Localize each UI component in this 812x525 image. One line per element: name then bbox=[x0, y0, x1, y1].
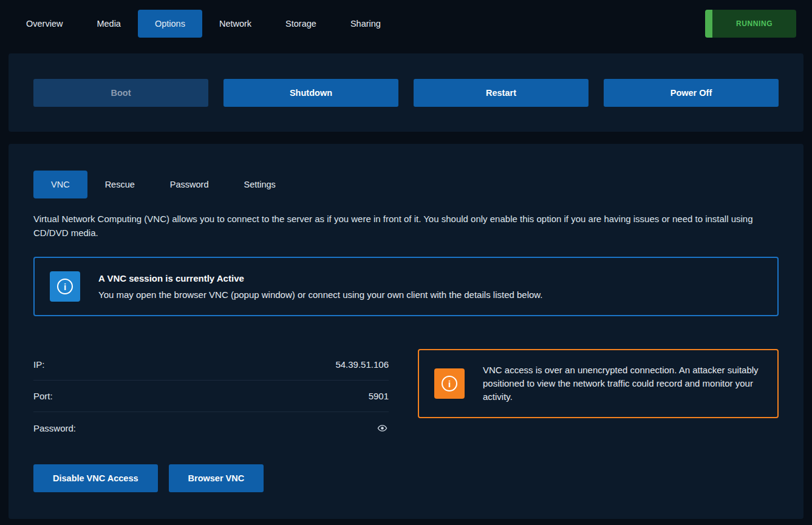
tab-password[interactable]: Password bbox=[152, 171, 227, 198]
disable-vnc-access-button[interactable]: Disable VNC Access bbox=[33, 464, 158, 492]
top-navigation: Overview Media Options Network Storage S… bbox=[0, 0, 812, 47]
info-alert-title: A VNC session is currently Active bbox=[98, 273, 543, 283]
info-icon-glyph: i bbox=[57, 279, 73, 294]
tab-vnc[interactable]: VNC bbox=[33, 171, 87, 198]
port-value: 5901 bbox=[369, 391, 389, 401]
browser-vnc-button[interactable]: Browser VNC bbox=[169, 464, 264, 492]
password-label: Password: bbox=[33, 423, 76, 433]
vnc-description: Virtual Network Computing (VNC) allows y… bbox=[33, 212, 779, 240]
boot-button[interactable]: Boot bbox=[33, 79, 208, 107]
nav-item-sharing[interactable]: Sharing bbox=[333, 10, 398, 38]
status-badge-label: RUNNING bbox=[712, 10, 796, 38]
power-off-button[interactable]: Power Off bbox=[604, 79, 779, 107]
options-tabs: VNC Rescue Password Settings bbox=[33, 171, 779, 198]
table-row-ip: IP: 54.39.51.106 bbox=[33, 349, 389, 381]
warning-alert-body: VNC access is over an unencrypted connec… bbox=[483, 364, 762, 404]
options-panel: VNC Rescue Password Settings Virtual Net… bbox=[9, 144, 803, 519]
ip-value: 54.39.51.106 bbox=[335, 359, 389, 370]
nav-item-options[interactable]: Options bbox=[138, 10, 202, 38]
ip-label: IP: bbox=[33, 359, 44, 370]
warning-icon: i bbox=[434, 368, 465, 399]
shutdown-button[interactable]: Shutdown bbox=[223, 79, 398, 107]
tab-rescue[interactable]: Rescue bbox=[87, 171, 152, 198]
vnc-unencrypted-warning: i VNC access is over an unencrypted conn… bbox=[418, 349, 779, 418]
nav-item-overview[interactable]: Overview bbox=[9, 10, 80, 38]
reveal-password-button[interactable] bbox=[376, 422, 389, 435]
warning-icon-glyph: i bbox=[442, 376, 457, 391]
status-badge: RUNNING bbox=[705, 10, 796, 38]
info-alert-body: You may open the browser VNC (popup wind… bbox=[98, 290, 543, 300]
vnc-details-table: IP: 54.39.51.106 Port: 5901 Password: bbox=[33, 349, 389, 444]
restart-button[interactable]: Restart bbox=[414, 79, 589, 107]
info-alert-text: A VNC session is currently Active You ma… bbox=[98, 273, 543, 300]
nav-item-media[interactable]: Media bbox=[80, 10, 138, 38]
table-row-port: Port: 5901 bbox=[33, 381, 389, 412]
port-label: Port: bbox=[33, 391, 53, 401]
vnc-action-buttons: Disable VNC Access Browser VNC bbox=[33, 464, 779, 492]
nav-item-storage[interactable]: Storage bbox=[268, 10, 333, 38]
vnc-session-active-alert: i A VNC session is currently Active You … bbox=[33, 257, 779, 316]
power-controls-panel: Boot Shutdown Restart Power Off bbox=[9, 53, 803, 132]
table-row-password: Password: bbox=[33, 412, 389, 444]
nav-item-network[interactable]: Network bbox=[202, 10, 268, 38]
info-icon: i bbox=[50, 271, 80, 302]
tab-settings[interactable]: Settings bbox=[226, 171, 293, 198]
eye-icon bbox=[377, 423, 387, 433]
status-badge-strip bbox=[705, 10, 712, 38]
vnc-details-section: IP: 54.39.51.106 Port: 5901 Password: i bbox=[33, 349, 779, 444]
